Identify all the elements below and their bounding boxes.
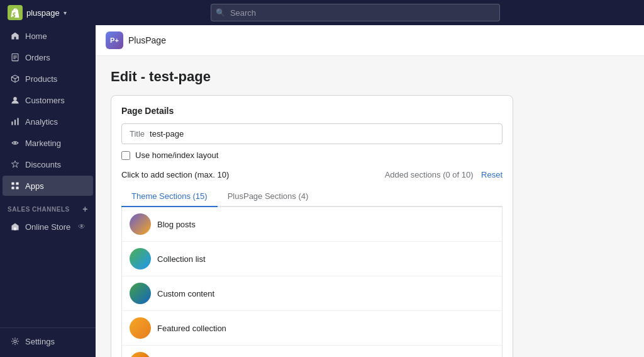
svg-point-8 xyxy=(13,97,17,101)
sidebar-item-customers[interactable]: Customers xyxy=(3,90,93,110)
tab-pluspage-sections[interactable]: PlusPage Sections (4) xyxy=(218,186,319,207)
brand-logo[interactable]: pluspage ▾ xyxy=(8,5,67,20)
sidebar-item-analytics[interactable]: Analytics xyxy=(3,111,93,132)
settings-icon xyxy=(10,336,20,346)
apps-icon xyxy=(10,181,20,191)
app-header: P+ PlusPage xyxy=(96,25,644,56)
sidebar-item-analytics-label: Analytics xyxy=(25,117,58,127)
marketing-icon xyxy=(10,138,20,148)
app-name: PlusPage xyxy=(128,35,166,45)
section-item-custom-content[interactable]: Custom content xyxy=(122,276,502,311)
section-avatar-blog-posts xyxy=(130,213,151,235)
svg-line-7 xyxy=(15,77,19,79)
sidebar-item-apps-label: Apps xyxy=(25,181,44,191)
search-bar: 🔍 xyxy=(211,4,500,21)
sidebar-item-apps[interactable]: Apps xyxy=(3,176,93,196)
sidebar-item-products[interactable]: Products xyxy=(3,69,93,89)
tabs: Theme Sections (15) PlusPage Sections (4… xyxy=(121,186,502,207)
sidebar-item-orders[interactable]: Orders xyxy=(3,47,93,67)
discounts-icon xyxy=(10,159,20,169)
page-title: Edit - test-page xyxy=(111,69,629,85)
svg-rect-14 xyxy=(11,182,14,184)
shopify-icon xyxy=(8,5,23,20)
store-icon xyxy=(10,222,20,232)
sidebar-bottom: Settings xyxy=(0,327,96,352)
main-layout: Home Orders Products Customers Analytics xyxy=(0,25,644,357)
svg-rect-15 xyxy=(16,182,18,184)
title-value: test-page xyxy=(150,129,184,139)
svg-line-6 xyxy=(11,77,15,79)
page-content: Edit - test-page Page Details Title test… xyxy=(96,56,644,357)
home-icon xyxy=(10,31,20,41)
sidebar-item-settings-label: Settings xyxy=(25,337,55,346)
section-name-featured-collection: Featured collection xyxy=(157,324,226,333)
svg-rect-17 xyxy=(16,186,18,189)
app-logo: P+ xyxy=(106,31,123,49)
svg-rect-18 xyxy=(14,227,16,230)
sidebar-item-customers-label: Customers xyxy=(25,96,65,105)
sales-channels-section: SALES CHANNELS + xyxy=(0,196,96,217)
svg-point-19 xyxy=(14,340,16,343)
svg-marker-13 xyxy=(11,161,18,167)
click-to-add: Click to add section (max. 10) xyxy=(121,170,229,179)
sidebar-item-orders-label: Orders xyxy=(25,53,50,62)
products-icon xyxy=(10,74,20,84)
sidebar-item-marketing-label: Marketing xyxy=(25,139,61,148)
sidebar-item-settings[interactable]: Settings xyxy=(3,331,93,351)
sidebar-item-products-label: Products xyxy=(25,74,57,84)
search-input[interactable] xyxy=(211,4,500,21)
add-channel-icon[interactable]: + xyxy=(82,204,88,214)
search-icon: 🔍 xyxy=(216,8,225,17)
brand-name: pluspage xyxy=(26,8,60,18)
title-field[interactable]: Title test-page xyxy=(121,123,502,144)
svg-rect-9 xyxy=(11,122,13,125)
orders-icon xyxy=(10,52,20,62)
sidebar-item-discounts[interactable]: Discounts xyxy=(3,154,93,174)
section-avatar-custom-content xyxy=(130,283,151,304)
top-navigation: pluspage ▾ 🔍 xyxy=(0,0,644,25)
section-item-featured-product[interactable]: Featured product xyxy=(122,346,502,357)
svg-rect-16 xyxy=(11,186,14,189)
sidebar-item-online-store[interactable]: Online Store 👁 xyxy=(3,217,93,236)
reset-link[interactable]: Reset xyxy=(481,170,502,179)
section-avatar-featured-product xyxy=(130,352,151,357)
section-item-collection-list[interactable]: Collection list xyxy=(122,242,502,276)
online-store-left: Online Store xyxy=(10,222,70,232)
added-sections: Added sections (0 of 10) xyxy=(385,170,474,179)
svg-point-12 xyxy=(14,142,16,144)
added-sections-area: Added sections (0 of 10) Reset xyxy=(385,169,502,180)
section-avatar-collection-list xyxy=(130,248,151,269)
content-area: P+ PlusPage Edit - test-page Page Detail… xyxy=(96,25,644,357)
online-store-label: Online Store xyxy=(25,222,70,232)
eye-icon[interactable]: 👁 xyxy=(78,222,86,231)
section-name-collection-list: Collection list xyxy=(157,254,206,264)
sidebar-item-home-label: Home xyxy=(25,31,47,41)
section-item-featured-collection[interactable]: Featured collection xyxy=(122,311,502,346)
section-item-blog-posts[interactable]: Blog posts xyxy=(122,207,502,242)
chevron-down-icon: ▾ xyxy=(64,9,67,16)
svg-rect-11 xyxy=(18,118,19,125)
section-name-custom-content: Custom content xyxy=(157,289,214,298)
analytics-icon xyxy=(10,116,20,127)
page-details-card: Page Details Title test-page Use home/in… xyxy=(111,95,513,357)
home-layout-checkbox[interactable] xyxy=(121,151,130,160)
section-name-blog-posts: Blog posts xyxy=(157,220,196,229)
svg-rect-10 xyxy=(14,120,16,125)
section-avatar-featured-collection xyxy=(130,317,151,339)
sections-list: Blog posts Collection list Custom conten… xyxy=(121,207,502,357)
card-title: Page Details xyxy=(121,106,502,116)
customers-icon xyxy=(10,95,20,105)
sidebar-item-marketing[interactable]: Marketing xyxy=(3,133,93,153)
sidebar: Home Orders Products Customers Analytics xyxy=(0,25,96,357)
sidebar-item-discounts-label: Discounts xyxy=(25,160,61,169)
checkbox-label: Use home/index layout xyxy=(135,150,218,160)
checkbox-row: Use home/index layout xyxy=(121,150,502,160)
title-label: Title xyxy=(130,129,145,139)
tab-theme-sections[interactable]: Theme Sections (15) xyxy=(121,186,218,207)
section-header: Click to add section (max. 10) Added sec… xyxy=(121,169,502,180)
sales-channels-label: SALES CHANNELS xyxy=(8,206,70,213)
sidebar-item-home[interactable]: Home xyxy=(3,26,93,46)
